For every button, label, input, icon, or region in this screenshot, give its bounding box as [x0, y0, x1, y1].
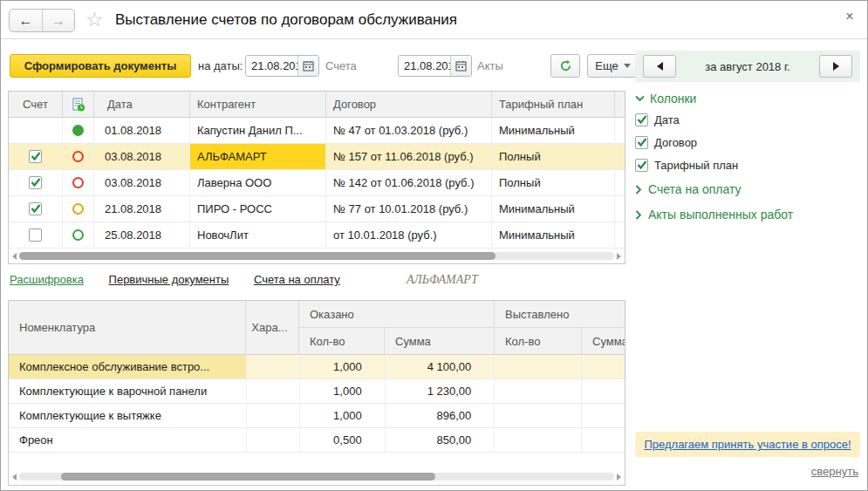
previous-period-button[interactable] — [643, 55, 676, 78]
scroll-right-icon[interactable] — [617, 253, 621, 260]
row-select-cell[interactable] — [9, 118, 63, 144]
contracts-rows: 01.08.2018Капустин Данил П...№ 47 от 01.… — [9, 118, 625, 249]
checkbox[interactable] — [635, 136, 648, 149]
scrollbar-track[interactable] — [19, 252, 614, 260]
date-cell: 01.08.2018 — [94, 118, 190, 144]
columns-group-header[interactable]: Колонки — [635, 89, 862, 108]
plan-cell: Полный — [492, 170, 615, 196]
detail-table: Номенклатура Хара... Оказано Кол-во Сумм… — [8, 300, 625, 486]
forward-button[interactable]: → — [42, 10, 74, 31]
detail-horizontal-scrollbar[interactable] — [12, 472, 621, 481]
column-header-rendered-sum: Сумма — [385, 328, 495, 355]
row-select-cell[interactable] — [9, 222, 63, 249]
nomenclature-cell: Комплектующие к вытяжке — [9, 404, 247, 428]
rest-cell — [615, 144, 625, 170]
column-visibility-item[interactable]: Тарифный план — [635, 153, 862, 176]
rendered-qty-cell: 1,000 — [300, 404, 386, 428]
tab-scheta-na-oplatu[interactable]: Счета на оплату — [254, 273, 340, 286]
row-select-cell[interactable] — [9, 196, 63, 222]
nav-button-group: ← → — [9, 9, 75, 32]
column-visibility-item[interactable]: Дата — [635, 108, 862, 131]
billed-qty-cell — [495, 428, 582, 453]
next-period-button[interactable] — [819, 55, 852, 78]
collapse-link[interactable]: свернуть — [811, 465, 858, 478]
checkbox[interactable] — [29, 202, 42, 215]
acts-label: Акты — [477, 54, 503, 78]
rest-cell — [615, 118, 625, 144]
checkbox[interactable] — [635, 159, 648, 172]
detail-row[interactable]: Комплектующие к варочной панели1,0001 23… — [9, 379, 625, 404]
row-select-cell[interactable] — [9, 170, 63, 196]
calendar-icon[interactable] — [450, 56, 471, 76]
scroll-left-icon[interactable] — [12, 253, 17, 260]
column-header-billed-qty: Кол-во — [495, 328, 582, 355]
contract-row[interactable]: 01.08.2018Капустин Данил П...№ 47 от 01.… — [9, 118, 625, 144]
close-icon[interactable]: × — [841, 8, 858, 25]
contracts-horizontal-scrollbar[interactable] — [12, 251, 621, 261]
rest-cell — [615, 170, 625, 196]
nomenclature-cell: Фреон — [9, 428, 247, 453]
more-button[interactable]: Еще — [587, 54, 639, 78]
column-header-contractor: Контрагент — [190, 92, 326, 118]
scroll-left-icon[interactable] — [12, 474, 17, 481]
more-button-label: Еще — [595, 59, 618, 72]
generate-documents-button[interactable]: Сформировать документы — [10, 54, 191, 78]
period-bar: за август 2018 г. — [635, 51, 860, 82]
contract-cell: № 47 от 01.03.2018 (руб.) — [326, 118, 492, 144]
acts-date-input[interactable] — [399, 56, 450, 76]
document-status-icon — [72, 98, 85, 112]
detail-row[interactable]: Фреон0,500850,00 — [9, 428, 625, 453]
contract-row[interactable]: 03.08.2018АЛЬФАМАРТ№ 157 от 11.06.2018 (… — [9, 144, 625, 170]
billed-qty-cell — [495, 404, 582, 428]
contract-row[interactable]: 03.08.2018Лаверна ООО№ 142 от 01.06.2018… — [9, 170, 625, 196]
collapsed-group-header[interactable]: Счета на оплату — [635, 177, 862, 201]
survey-banner: Предлагаем принять участие в опросе! — [635, 432, 860, 457]
collapse-panel: свернуть — [635, 465, 858, 478]
contract-row[interactable]: 21.08.2018ПИРО - РОСС№ 77 от 10.01.2018 … — [9, 196, 625, 222]
checkbox[interactable] — [635, 113, 648, 126]
scrollbar-thumb[interactable] — [19, 252, 496, 260]
column-header-characteristic: Хара... — [246, 301, 299, 355]
characteristic-cell — [247, 355, 300, 379]
checkbox[interactable] — [29, 228, 42, 242]
checkbox[interactable] — [29, 176, 42, 189]
plan-cell: Минимальный — [492, 196, 615, 222]
status-circle-icon — [63, 170, 94, 196]
rendered-sum-cell: 850,00 — [386, 428, 496, 453]
column-visibility-item[interactable]: Договор — [635, 131, 862, 153]
column-header-status — [63, 92, 94, 118]
contract-cell: № 157 от 11.06.2018 (руб.) — [326, 144, 492, 170]
back-button[interactable]: ← — [10, 10, 42, 31]
detail-row[interactable]: Комплексное обслуживание встро...1,0004 … — [9, 355, 625, 379]
detail-row[interactable]: Комплектующие к вытяжке1,000896,00 — [9, 404, 625, 428]
rendered-sum-cell: 1 230,00 — [386, 379, 496, 404]
billed-qty-cell — [495, 355, 582, 379]
invoices-label: Счета — [325, 54, 357, 78]
detail-rows: Комплексное обслуживание встро...1,0004 … — [9, 355, 625, 453]
row-select-cell[interactable] — [9, 144, 63, 170]
rendered-qty-cell: 1,000 — [300, 379, 386, 404]
status-circle-icon — [63, 222, 94, 249]
date-cell: 03.08.2018 — [94, 144, 190, 170]
tab-pervichnye-dokumenty[interactable]: Первичные документы — [109, 273, 229, 286]
contract-row[interactable]: 25.08.2018НовочЛитот 10.01.2018 (руб.)Ми… — [9, 222, 625, 249]
survey-link[interactable]: Предлагаем принять участие в опросе! — [644, 438, 851, 451]
scrollbar-track[interactable] — [19, 473, 614, 481]
checkbox[interactable] — [29, 150, 42, 163]
contractor-cell: ПИРО - РОСС — [190, 196, 326, 222]
date-cell: 21.08.2018 — [94, 196, 190, 222]
contracts-table: Счет Дата Контрагент Договор Тарифный пл… — [8, 91, 625, 264]
arrow-left-icon — [657, 62, 663, 71]
invoice-date-input[interactable] — [246, 56, 297, 76]
scrollbar-thumb[interactable] — [61, 473, 436, 481]
refresh-button[interactable] — [550, 54, 580, 78]
calendar-icon[interactable] — [297, 56, 318, 76]
tab-rasshifrovka[interactable]: Расшифровка — [10, 273, 84, 286]
scroll-right-icon[interactable] — [617, 474, 621, 481]
rest-cell — [615, 222, 625, 249]
favorite-star-icon[interactable]: ☆ — [85, 8, 104, 31]
period-label: за август 2018 г. — [705, 60, 789, 73]
status-circle-icon — [63, 144, 94, 170]
collapsed-group-header[interactable]: Акты выполненных работ — [635, 202, 862, 227]
detail-tabs: Расшифровка Первичные документы Счета на… — [10, 273, 362, 290]
